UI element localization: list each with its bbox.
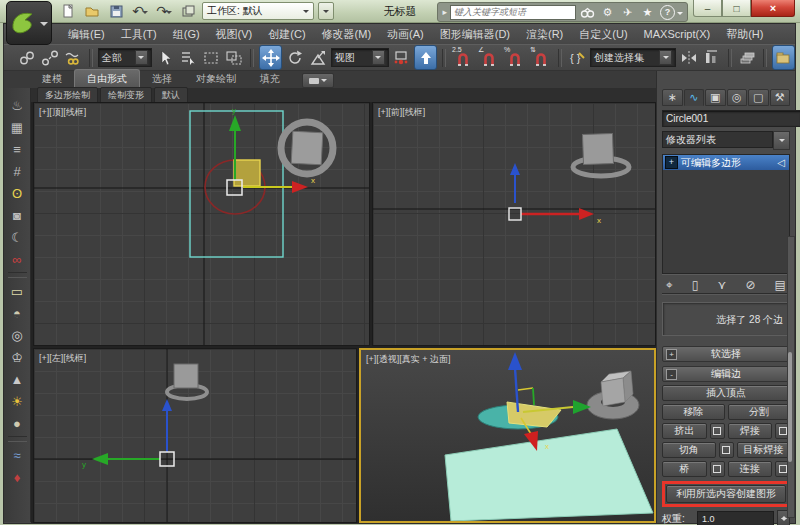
align-button[interactable] [702, 46, 723, 69]
select-and-link-button[interactable] [16, 46, 37, 69]
camera-icon[interactable]: ◙ [6, 204, 29, 226]
close-button[interactable]: × [751, 0, 795, 17]
object-name-field[interactable] [662, 110, 800, 127]
menu-item[interactable]: 修改器(M) [314, 27, 380, 42]
modifier-stack-row[interactable]: + 可编辑多边形 ◁ [663, 155, 789, 170]
weight-field[interactable]: 1.0 [697, 511, 774, 525]
motion-tab[interactable]: ◎ [727, 89, 748, 106]
menu-item[interactable]: 渲染(R) [518, 27, 571, 42]
menu-item[interactable]: 编辑(E) [60, 27, 113, 42]
menu-item[interactable]: 自定义(U) [571, 27, 635, 42]
pin-icon[interactable]: ♦ [6, 466, 29, 488]
save-file-button[interactable] [106, 2, 126, 20]
bridge-button[interactable]: 桥 [662, 461, 707, 477]
pin-stack-icon[interactable]: ⌖ [666, 279, 673, 291]
window-crossing-button[interactable] [224, 46, 245, 69]
ring-icon[interactable]: ◎ [6, 324, 29, 346]
keyboard-override-toggle[interactable] [414, 45, 437, 70]
plane-shape[interactable] [445, 429, 653, 521]
tab-selection[interactable]: 选择 [140, 70, 184, 88]
expand-icon[interactable]: + [665, 156, 678, 169]
viewport-front-label[interactable]: [+][前][线框] [378, 106, 425, 119]
new-scene-button[interactable] [58, 2, 78, 20]
collapse-icon[interactable]: - [666, 369, 677, 380]
list-panel-icon[interactable]: ≡ [6, 138, 29, 160]
help-dropdown-caret[interactable] [677, 12, 683, 18]
spinner-snap-icon[interactable]: ⇅ [529, 46, 553, 69]
torus-shape[interactable] [167, 364, 207, 399]
open-file-button[interactable] [82, 2, 102, 20]
select-and-rotate-button[interactable] [284, 46, 305, 69]
disc-shape[interactable] [478, 402, 561, 429]
bridge-settings-button[interactable] [710, 461, 725, 477]
display-tab[interactable]: ▢ [748, 89, 769, 106]
project-folder-button[interactable] [178, 2, 198, 20]
chamfer-settings-button[interactable] [719, 442, 734, 458]
moon-icon[interactable]: ☾ [6, 226, 29, 248]
render-preview-icon[interactable]: ▦ [6, 116, 29, 138]
mirror-button[interactable] [678, 46, 699, 69]
unlink-selection-button[interactable] [39, 46, 60, 69]
lightbulb-icon[interactable]: ʘ [6, 182, 29, 204]
teapot-icon[interactable]: ♨ [6, 94, 29, 116]
menu-item[interactable]: MAXScript(X) [636, 28, 719, 40]
undo-button[interactable]: ↶ [130, 2, 150, 20]
menu-item[interactable]: 工具(T) [113, 27, 165, 42]
connect-button[interactable]: 连接 [728, 461, 773, 477]
tab-modeling[interactable]: 建模 [30, 70, 74, 88]
viewport-left-label[interactable]: [+][左][线框] [39, 352, 86, 365]
hierarchy-tab[interactable]: ▣ [705, 89, 726, 106]
search-button[interactable] [579, 4, 596, 20]
maximize-button[interactable]: □ [722, 0, 751, 17]
redo-button[interactable]: ↷ [154, 2, 174, 20]
menu-item[interactable]: 创建(C) [260, 27, 313, 42]
move-gizmo[interactable]: y [82, 399, 174, 469]
menu-item[interactable]: 组(G) [165, 27, 208, 42]
subtab-polydraw[interactable]: 多边形绘制 [37, 87, 98, 104]
viewport-left[interactable]: [+][左][线框] y [33, 348, 357, 523]
sphere-icon[interactable]: ● [6, 412, 29, 434]
modify-tab[interactable]: ∿ [684, 89, 705, 106]
remove-button[interactable]: 移除 [662, 404, 725, 420]
create-shape-from-selection-button[interactable]: 利用所选内容创建图形 [666, 485, 786, 503]
favorites-button[interactable]: ★ [639, 4, 656, 20]
torus-shape[interactable] [281, 122, 333, 174]
select-and-scale-button[interactable] [308, 46, 329, 69]
communication-center-button[interactable]: ⚙ [599, 4, 616, 20]
grid-panel-icon[interactable]: # [6, 160, 29, 182]
ribbon-display-mode-button[interactable] [302, 73, 334, 88]
cone-icon[interactable]: ▲ [6, 368, 29, 390]
workspace-selector[interactable]: 工作区: 默认 [202, 2, 314, 20]
search-input[interactable] [450, 5, 576, 20]
dome-icon[interactable]: ◓ [6, 302, 29, 324]
infocenter-expand-icon[interactable]: ▸ [442, 7, 447, 17]
workspace-extra-button[interactable] [318, 2, 334, 20]
expand-icon[interactable]: + [666, 349, 677, 360]
remove-modifier-icon[interactable]: ⊘ [745, 279, 755, 291]
chamfer-button[interactable]: 切角 [662, 442, 716, 458]
tab-object-paint[interactable]: 对象绘制 [184, 70, 248, 88]
show-end-result-icon[interactable]: ▯ [692, 279, 699, 291]
toolbar-separator[interactable] [8, 272, 27, 278]
selected-face[interactable] [234, 160, 260, 186]
toggle-ribbon-button[interactable] [772, 45, 795, 70]
extrude-settings-button[interactable] [710, 423, 725, 439]
toolbar-separator[interactable] [8, 436, 27, 442]
menu-item[interactable]: 动画(A) [379, 27, 432, 42]
configure-modifier-sets-icon[interactable]: ▤ [775, 279, 786, 291]
rectangular-selection-region-button[interactable] [201, 46, 222, 69]
menu-item[interactable]: 图形编辑器(D) [432, 27, 518, 42]
viewport-perspective[interactable]: [+][透视][真实 + 边面] [359, 348, 656, 523]
exchange-button[interactable]: ✈ [619, 4, 636, 20]
viewport-front[interactable]: [+][前][线框] x [372, 102, 656, 346]
select-and-move-button[interactable] [259, 45, 282, 70]
torus-shape[interactable] [573, 133, 629, 176]
application-menu-button[interactable] [6, 1, 52, 45]
named-selection-set-dropdown[interactable]: 创建选择集 [590, 48, 676, 67]
tab-populate[interactable]: 填充 [248, 70, 292, 88]
selection-filter-dropdown[interactable]: 全部 [98, 48, 152, 67]
sun-icon[interactable]: ☀ [6, 390, 29, 412]
tab-freeform[interactable]: 自由形式 [74, 69, 140, 88]
menu-item[interactable]: 视图(V) [208, 27, 261, 42]
viewport-top-label[interactable]: [+][顶][线框] [39, 106, 86, 119]
